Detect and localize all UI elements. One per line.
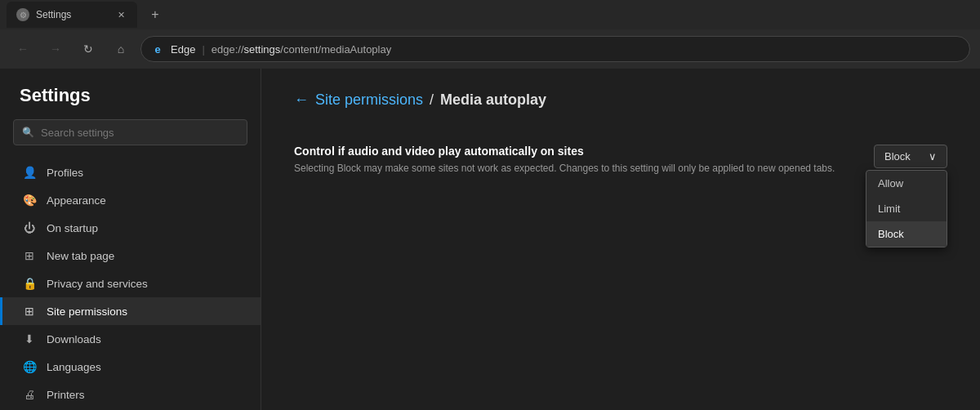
new-tab-button[interactable]: + <box>144 3 167 26</box>
tab-close-button[interactable]: ✕ <box>114 8 127 21</box>
edge-logo-icon: e <box>151 42 164 56</box>
appearance-icon: 🎨 <box>22 193 37 207</box>
chevron-down-icon: ∨ <box>929 150 937 163</box>
back-button[interactable]: ← <box>10 36 36 62</box>
setting-desc: Selecting Block may make some sites not … <box>294 161 841 176</box>
refresh-button[interactable]: ↻ <box>75 36 101 62</box>
main-layout: Settings 🔍 👤 Profiles 🎨 Appearance ⏻ On … <box>0 69 980 410</box>
breadcrumb-site-permissions-link[interactable]: Site permissions <box>315 91 423 109</box>
on-startup-icon: ⏻ <box>22 221 37 235</box>
search-input[interactable] <box>41 127 238 139</box>
new-tab-page-icon: ⊞ <box>22 248 37 263</box>
privacy-and-services-icon: 🔒 <box>22 276 37 291</box>
titlebar: ⚙ Settings ✕ + <box>0 0 980 29</box>
languages-icon: 🌐 <box>22 359 37 374</box>
sidebar-item-appearance[interactable]: 🎨 Appearance <box>0 186 261 214</box>
address-bar[interactable]: e Edge | edge://settings/content/mediaAu… <box>140 36 970 62</box>
sidebar-item-printers[interactable]: 🖨 Printers <box>0 381 261 408</box>
sidebar-title: Settings <box>0 85 261 119</box>
printers-icon: 🖨 <box>22 387 37 402</box>
sidebar-item-privacy-and-services[interactable]: 🔒 Privacy and services <box>0 270 261 297</box>
dropdown-option-allow[interactable]: Allow <box>866 171 947 196</box>
downloads-icon: ⬇ <box>22 332 37 346</box>
navbar: ← → ↻ ⌂ e Edge | edge://settings/content… <box>0 29 980 69</box>
breadcrumb-current-page: Media autoplay <box>440 91 546 109</box>
breadcrumb-back-button[interactable]: ← <box>294 91 309 109</box>
sidebar-item-label: Languages <box>47 361 101 373</box>
site-permissions-icon: ⊞ <box>22 304 37 319</box>
sidebar-item-downloads[interactable]: ⬇ Downloads <box>0 325 261 353</box>
sidebar-item-label: Downloads <box>47 333 101 345</box>
autoplay-dropdown-menu: AllowLimitBlock <box>866 170 947 247</box>
tab-title: Settings <box>36 9 108 20</box>
forward-button[interactable]: → <box>42 36 69 62</box>
media-autoplay-setting: Control if audio and video play automati… <box>294 131 947 189</box>
sidebar-item-profiles[interactable]: 👤 Profiles <box>0 158 261 186</box>
breadcrumb-separator: / <box>430 91 434 109</box>
sidebar-item-label: On startup <box>47 222 98 234</box>
dropdown-current-value: Block <box>884 150 911 163</box>
edge-label: Edge <box>171 43 195 56</box>
dropdown-option-limit[interactable]: Limit <box>866 196 947 221</box>
settings-tab[interactable]: ⚙ Settings ✕ <box>7 2 137 28</box>
home-button[interactable]: ⌂ <box>108 36 134 62</box>
search-icon: 🔍 <box>22 127 34 138</box>
sidebar-item-new-tab-page[interactable]: ⊞ New tab page <box>0 242 261 270</box>
autoplay-dropdown-button[interactable]: Block ∨ <box>874 145 947 168</box>
sidebar-item-label: Appearance <box>47 194 106 207</box>
profiles-icon: 👤 <box>22 165 37 180</box>
autoplay-dropdown-container: Block ∨ AllowLimitBlock <box>874 145 947 168</box>
setting-info: Control if audio and video play automati… <box>294 145 841 176</box>
dropdown-option-block[interactable]: Block <box>866 221 947 247</box>
address-url: edge://settings/content/mediaAutoplay <box>212 43 391 56</box>
tab-favicon: ⚙ <box>16 8 29 21</box>
sidebar-item-on-startup[interactable]: ⏻ On startup <box>0 214 261 242</box>
content-area: ← Site permissions / Media autoplay Cont… <box>261 69 980 410</box>
sidebar: Settings 🔍 👤 Profiles 🎨 Appearance ⏻ On … <box>0 69 261 410</box>
setting-label: Control if audio and video play automati… <box>294 145 841 158</box>
sidebar-item-site-permissions[interactable]: ⊞ Site permissions <box>0 297 261 325</box>
address-separator: | <box>202 43 204 56</box>
search-box[interactable]: 🔍 <box>13 119 247 145</box>
sidebar-item-label: Printers <box>47 389 85 401</box>
sidebar-item-label: Profiles <box>47 167 83 179</box>
breadcrumb: ← Site permissions / Media autoplay <box>294 91 947 109</box>
sidebar-item-label: New tab page <box>47 250 114 262</box>
sidebar-item-label: Privacy and services <box>47 278 148 290</box>
sidebar-nav: 👤 Profiles 🎨 Appearance ⏻ On startup ⊞ N… <box>0 158 261 410</box>
sidebar-item-languages[interactable]: 🌐 Languages <box>0 353 261 381</box>
sidebar-item-label: Site permissions <box>47 305 127 318</box>
